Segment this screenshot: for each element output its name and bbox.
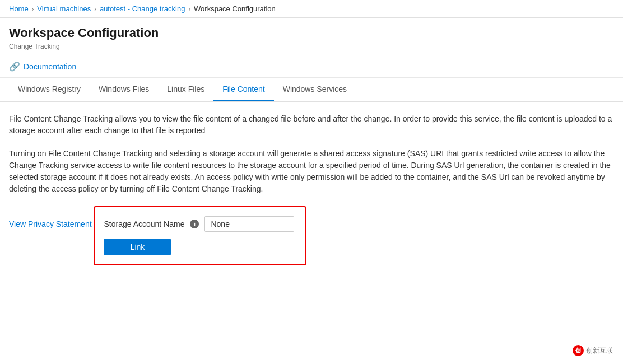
tab-windows-registry[interactable]: Windows Registry bbox=[9, 78, 90, 101]
content-area: File Content Change Tracking allows you … bbox=[0, 102, 623, 364]
privacy-statement-link[interactable]: View Privacy Statement bbox=[9, 220, 92, 228]
breadcrumb: Home › Virtual machines › autotest - Cha… bbox=[0, 0, 623, 18]
breadcrumb-current: Workspace Configuration bbox=[194, 4, 276, 13]
tab-windows-services[interactable]: Windows Services bbox=[274, 78, 356, 101]
watermark-icon: 创 bbox=[573, 345, 584, 356]
page-title: Workspace Configuration bbox=[9, 26, 614, 40]
documentation-link[interactable]: 🔗 Documentation bbox=[9, 61, 76, 72]
link-button[interactable]: Link bbox=[104, 239, 171, 255]
tab-linux-files[interactable]: Linux Files bbox=[158, 78, 213, 101]
page-subtitle: Change Tracking bbox=[9, 43, 614, 50]
breadcrumb-sep-3: › bbox=[188, 6, 190, 12]
breadcrumb-sep-1: › bbox=[32, 6, 34, 12]
tab-file-content[interactable]: File Content bbox=[213, 78, 273, 101]
breadcrumb-sep-2: › bbox=[94, 6, 96, 12]
description-1: File Content Change Tracking allows you … bbox=[9, 113, 614, 137]
tabs-container: Windows Registry Windows Files Linux Fil… bbox=[0, 78, 623, 102]
info-icon[interactable]: i bbox=[190, 220, 199, 228]
page-header: Workspace Configuration Change Tracking bbox=[0, 18, 623, 55]
watermark-text: 创新互联 bbox=[586, 346, 613, 356]
storage-account-label: Storage Account Name bbox=[104, 220, 184, 228]
breadcrumb-virtual-machines[interactable]: Virtual machines bbox=[37, 4, 91, 13]
link-icon: 🔗 bbox=[9, 61, 20, 72]
breadcrumb-home[interactable]: Home bbox=[9, 4, 29, 13]
description-2: Turning on File Content Change Tracking … bbox=[9, 148, 614, 195]
documentation-label: Documentation bbox=[24, 62, 76, 71]
storage-account-box: Storage Account Name i Link bbox=[94, 206, 306, 265]
storage-account-input[interactable] bbox=[204, 216, 294, 232]
tab-windows-files[interactable]: Windows Files bbox=[90, 78, 158, 101]
documentation-bar: 🔗 Documentation bbox=[0, 55, 623, 78]
breadcrumb-change-tracking[interactable]: autotest - Change tracking bbox=[100, 4, 185, 13]
storage-row: Storage Account Name i bbox=[104, 216, 296, 232]
watermark: 创 创新互联 bbox=[568, 343, 617, 358]
